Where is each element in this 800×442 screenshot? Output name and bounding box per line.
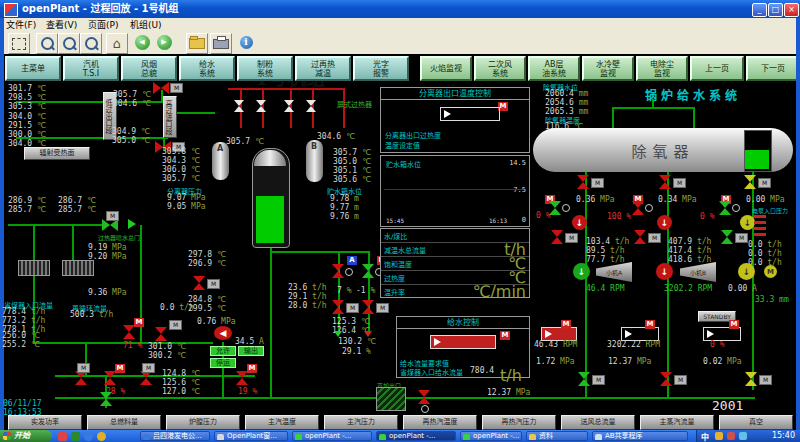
nav-prev-page[interactable]: 上一页	[690, 56, 744, 81]
pump-icon[interactable]: ↓	[573, 263, 590, 280]
valve-icon[interactable]	[153, 82, 169, 94]
nav-pulverizer[interactable]: 制粉 系统	[237, 56, 293, 81]
taskbar-window-openplant-active[interactable]: openPlant -...	[376, 431, 456, 441]
nav-waterwall[interactable]: 水冷壁 监视	[582, 56, 634, 81]
language-indicator[interactable]: 中	[701, 431, 709, 442]
internet-explorer-icon[interactable]	[84, 432, 93, 441]
pump-icon[interactable]: ↓	[656, 263, 673, 280]
turbine-a[interactable]: 小机A	[596, 262, 632, 282]
menu-unit[interactable]: 机组(U)	[126, 19, 166, 31]
valve-icon[interactable]	[332, 300, 344, 314]
stop-button[interactable]: 停运	[210, 358, 236, 368]
output-button[interactable]: 输出	[238, 346, 264, 356]
taskbar-window-browser[interactable]: 吕四港发电公...	[140, 431, 210, 441]
strip-air-flow[interactable]: 送风总流量	[561, 415, 635, 430]
close-button[interactable]: ×	[784, 3, 799, 17]
forward-button[interactable]: ▶	[154, 33, 174, 52]
nav-main-menu[interactable]: 主菜单	[5, 56, 61, 81]
valve-icon[interactable]	[100, 392, 112, 406]
quick-launch-icon[interactable]	[97, 432, 106, 441]
zoom-tool-button-1[interactable]	[36, 33, 58, 54]
allow-button[interactable]: 允许	[210, 346, 236, 356]
control-valve-icon[interactable]	[236, 371, 248, 385]
strip-rh-temp[interactable]: 再热汽温度	[403, 415, 477, 430]
strip-steam-press[interactable]: 主汽压力	[324, 415, 398, 430]
pump-icon[interactable]: ↓	[657, 215, 672, 230]
valve-icon[interactable]	[549, 201, 561, 215]
valve-icon[interactable]	[155, 327, 167, 341]
tray-icon[interactable]	[739, 432, 747, 440]
valve-icon[interactable]	[578, 372, 590, 386]
nav-precipitator[interactable]: 电除尘 监视	[636, 56, 688, 81]
valve-icon[interactable]	[745, 372, 757, 386]
radiant-surface-button[interactable]: 辐射受热面	[24, 147, 90, 160]
valve-icon[interactable]	[140, 371, 152, 385]
start-button[interactable]: 开始	[0, 430, 52, 442]
nav-ab-oil[interactable]: AB层 油系统	[528, 56, 580, 81]
title-bar[interactable]: openPlant - 过程回放 - 1号机组	[0, 0, 800, 18]
system-title: 锅炉给水系统	[645, 86, 741, 103]
print-button[interactable]	[210, 33, 232, 54]
valve-icon[interactable]	[659, 175, 671, 189]
pump-icon[interactable]: ◀	[214, 326, 232, 340]
quick-launch-icon[interactable]	[71, 432, 80, 441]
taskbar-window-folder[interactable]: 资料	[526, 431, 588, 441]
control-valve-icon[interactable]	[362, 264, 374, 278]
menu-view[interactable]: 查看(V)	[42, 19, 81, 31]
nav-feedwater[interactable]: 给水 系统	[179, 56, 235, 81]
info-button[interactable]: i	[236, 33, 256, 52]
menu-file[interactable]: 文件(F)	[2, 19, 40, 31]
control-valve-icon[interactable]	[332, 264, 344, 278]
valve-icon[interactable]	[721, 230, 733, 244]
taskbar-window-ab-program[interactable]: AB共享程序	[592, 431, 688, 441]
open-button[interactable]	[186, 33, 208, 54]
valve-icon[interactable]	[418, 390, 430, 404]
valve-icon[interactable]	[551, 230, 563, 244]
valve-icon[interactable]	[193, 276, 205, 290]
nav-secondary-air[interactable]: 二次风 系统	[474, 56, 526, 81]
valve-icon[interactable]	[660, 372, 672, 386]
valve-icon[interactable]	[632, 201, 644, 215]
pump-current: 34.5 A	[235, 337, 264, 346]
valve-icon[interactable]	[634, 230, 646, 244]
strip-fuel[interactable]: 总燃料量	[87, 415, 161, 430]
pump-icon[interactable]: ↓	[740, 215, 755, 230]
pump-icon[interactable]: ↓	[738, 263, 755, 280]
valve-icon[interactable]	[719, 201, 731, 215]
minimize-button[interactable]: _	[752, 3, 767, 17]
pump-icon[interactable]: ↓	[572, 215, 587, 230]
strip-rh-press[interactable]: 再热汽压力	[482, 415, 556, 430]
select-tool-button[interactable]	[8, 33, 30, 54]
zoom-tool-button-2[interactable]	[58, 33, 80, 54]
strip-furnace[interactable]: 炉膛压力	[166, 415, 240, 430]
quick-launch-icon[interactable]	[58, 432, 67, 441]
taskbar-window-openplant-1[interactable]: OpenPlant窗...	[214, 431, 288, 441]
home-button[interactable]: ⌂	[106, 33, 128, 54]
strip-power[interactable]: 实发功率	[8, 415, 82, 430]
control-valve-icon[interactable]	[123, 325, 135, 339]
nav-alarm[interactable]: 光字 报警	[353, 56, 409, 81]
nav-attemperator[interactable]: 过再热 减温	[295, 56, 351, 81]
nav-air-flue[interactable]: 风烟 总貌	[121, 56, 177, 81]
pipe	[270, 246, 272, 397]
menu-page[interactable]: 页面(P)	[84, 19, 122, 31]
control-valve-icon[interactable]	[104, 371, 116, 385]
turbine-b[interactable]: 小机B	[680, 262, 716, 282]
nav-next-page[interactable]: 下一页	[746, 56, 800, 81]
strip-steam-flow[interactable]: 主蒸汽流量	[640, 415, 714, 430]
valve-icon[interactable]	[744, 175, 756, 189]
strip-steam-temp[interactable]: 主汽温度	[245, 415, 319, 430]
tray-icon[interactable]	[727, 432, 735, 440]
back-button[interactable]: ◀	[132, 33, 152, 52]
taskbar-window-openplant-3[interactable]: openPlant -...	[460, 431, 522, 441]
valve-icon[interactable]	[362, 300, 374, 314]
nav-flame[interactable]: 火焰监视	[420, 56, 472, 81]
valve-icon[interactable]	[577, 175, 589, 189]
nav-turbine-tsi[interactable]: 汽机 T.S.I	[63, 56, 119, 81]
zoom-tool-button-3[interactable]	[80, 33, 102, 54]
strip-vacuum[interactable]: 真空	[719, 415, 793, 430]
valve-icon[interactable]	[75, 371, 87, 385]
tray-icon[interactable]	[715, 432, 723, 440]
maximize-button[interactable]: □	[768, 3, 783, 17]
taskbar-window-openplant-2[interactable]: openPlant -...	[292, 431, 372, 441]
